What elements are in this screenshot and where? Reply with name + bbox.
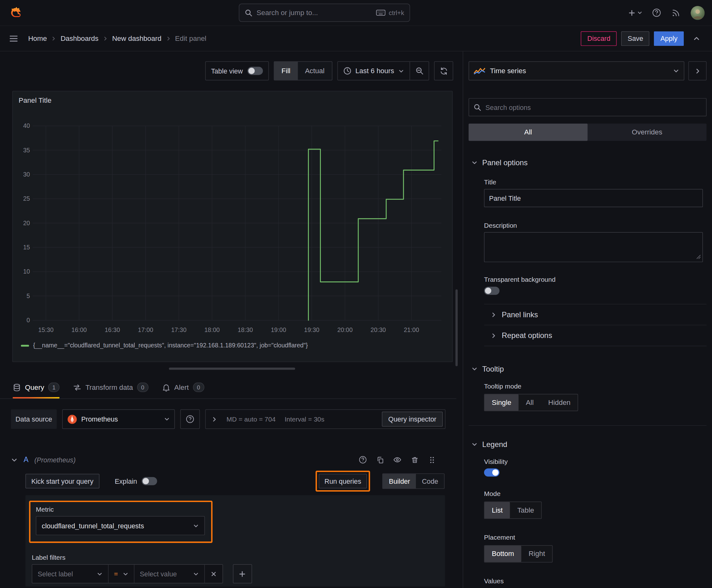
tab-all[interactable]: All: [469, 123, 588, 141]
vertical-scrollbar[interactable]: [455, 289, 458, 366]
transparent-background-label: Transparent background: [484, 276, 707, 283]
drag-handle[interactable]: [425, 453, 439, 467]
run-queries-button[interactable]: Run queries: [319, 474, 367, 488]
tooltip-section-header[interactable]: Tooltip: [469, 363, 707, 375]
chevron-right-icon: [490, 332, 497, 339]
time-range-picker[interactable]: Last 6 hours: [338, 62, 410, 80]
breadcrumb-dashboards[interactable]: Dashboards: [61, 34, 99, 42]
breadcrumb: Home Dashboards New dashboard Edit panel: [28, 34, 207, 42]
repeat-options-section[interactable]: Repeat options: [484, 325, 707, 346]
user-avatar[interactable]: [691, 6, 705, 20]
collapse-pane-button[interactable]: [688, 61, 707, 80]
kick-start-query-button[interactable]: Kick start your query: [25, 474, 99, 488]
svg-text:19:00: 19:00: [271, 327, 286, 333]
legend-placement-right[interactable]: Right: [521, 546, 553, 562]
options-search: [469, 98, 707, 116]
new-menu-button[interactable]: [625, 5, 645, 20]
legend-series-name[interactable]: {__name__="cloudflared_tunnel_total_requ…: [33, 342, 308, 349]
tab-alert-label: Alert: [174, 383, 189, 391]
chevron-down-icon: [471, 441, 477, 447]
tooltip-mode-single[interactable]: Single: [484, 394, 519, 411]
query-help-button[interactable]: [356, 453, 370, 467]
eye-icon: [393, 456, 402, 464]
legend-swatch[interactable]: [21, 344, 29, 346]
transparent-background-switch[interactable]: [484, 287, 499, 295]
legend-mode-list[interactable]: List: [484, 502, 510, 518]
metric-value: cloudflared_tunnel_total_requests: [42, 522, 188, 530]
svg-text:17:30: 17:30: [171, 327, 187, 333]
apply-button[interactable]: Apply: [654, 31, 684, 45]
explain-label: Explain: [115, 477, 137, 485]
editor-tabs: Query 1 Transform data 0 Alert 0: [0, 376, 456, 399]
mega-menu-toggle[interactable]: [5, 30, 22, 46]
delete-query-button[interactable]: [407, 453, 422, 467]
panel-options-section-header[interactable]: Panel options: [469, 157, 707, 169]
discard-button[interactable]: Discard: [581, 31, 617, 45]
hamburger-icon: [8, 33, 19, 43]
duplicate-query-button[interactable]: [373, 453, 387, 467]
legend-mode-table[interactable]: Table: [510, 502, 541, 518]
legend-placement-label: Placement: [484, 534, 707, 541]
select-label-dropdown[interactable]: Select label: [33, 565, 109, 583]
query-ref-id[interactable]: A: [24, 456, 28, 464]
tooltip-mode-all[interactable]: All: [519, 394, 541, 411]
breadcrumb-new-dashboard[interactable]: New dashboard: [112, 34, 161, 42]
tab-query[interactable]: Query 1: [13, 376, 59, 399]
tab-transform[interactable]: Transform data 0: [73, 376, 148, 399]
svg-text:18:30: 18:30: [238, 327, 253, 333]
search-bar[interactable]: Search or jump to... ctrl+k: [239, 4, 410, 22]
panel-title-input[interactable]: [484, 189, 703, 207]
operator-dropdown[interactable]: =: [109, 565, 134, 583]
svg-text:17:00: 17:00: [138, 327, 153, 333]
grafana-logo[interactable]: [7, 4, 24, 21]
hide-query-button[interactable]: [390, 453, 404, 467]
save-button[interactable]: Save: [621, 31, 649, 45]
svg-text:20: 20: [23, 219, 30, 227]
zoom-out-button[interactable]: [410, 62, 429, 80]
search-shortcut: ctrl+k: [389, 9, 404, 16]
legend-section-header[interactable]: Legend: [469, 439, 707, 450]
news-button[interactable]: [668, 5, 684, 20]
tab-alert[interactable]: Alert 0: [162, 376, 204, 399]
tab-overrides[interactable]: Overrides: [588, 123, 707, 141]
metric-highlight: Metric cloudflared_tunnel_total_requests: [29, 501, 213, 543]
query-options-bar[interactable]: MD = auto = 704 Interval = 30s Query ins…: [205, 409, 446, 429]
datasource-picker[interactable]: Prometheus: [62, 409, 175, 429]
builder-option[interactable]: Builder: [383, 474, 416, 488]
breadcrumb-home[interactable]: Home: [28, 34, 47, 42]
fill-option[interactable]: Fill: [274, 62, 298, 80]
datasource-help-button[interactable]: [180, 409, 200, 429]
tooltip-mode-hidden[interactable]: Hidden: [541, 394, 578, 411]
title-field-label: Title: [484, 178, 707, 186]
select-value-dropdown[interactable]: Select value: [134, 565, 205, 583]
legend-visibility-switch[interactable]: [484, 468, 499, 477]
keyboard-icon: [376, 9, 386, 16]
panel-title[interactable]: Panel Title: [13, 91, 452, 110]
chevron-down-icon[interactable]: [11, 456, 18, 463]
add-filter-button[interactable]: [233, 564, 252, 583]
panel-description-input[interactable]: [484, 232, 703, 262]
remove-filter-button[interactable]: [205, 565, 222, 583]
help-button[interactable]: [649, 5, 664, 20]
code-option[interactable]: Code: [416, 474, 444, 488]
explain-switch[interactable]: [142, 477, 157, 485]
query-inspector-button[interactable]: Query inspector: [382, 412, 443, 426]
visualization-picker[interactable]: Time series: [469, 61, 684, 80]
legend-placement-group: Bottom Right: [484, 545, 553, 563]
panel-links-section[interactable]: Panel links: [484, 304, 707, 325]
legend-placement-bottom[interactable]: Bottom: [484, 546, 521, 562]
prometheus-icon: [67, 414, 77, 424]
rss-icon: [671, 8, 680, 17]
horizontal-scrollbar[interactable]: [169, 368, 295, 370]
actual-option[interactable]: Actual: [298, 62, 332, 80]
copy-icon: [376, 456, 384, 464]
collapse-options-button[interactable]: [688, 30, 705, 46]
table-view-switch[interactable]: [247, 67, 263, 75]
query-row-header[interactable]: A (Prometheus): [11, 451, 446, 469]
options-search-input[interactable]: [486, 103, 701, 111]
refresh-button[interactable]: [434, 61, 453, 80]
query-row-actions: [356, 453, 439, 467]
metric-select[interactable]: cloudflared_tunnel_total_requests: [36, 516, 205, 535]
chevron-right-icon: [694, 67, 701, 75]
refresh-icon: [439, 67, 448, 75]
